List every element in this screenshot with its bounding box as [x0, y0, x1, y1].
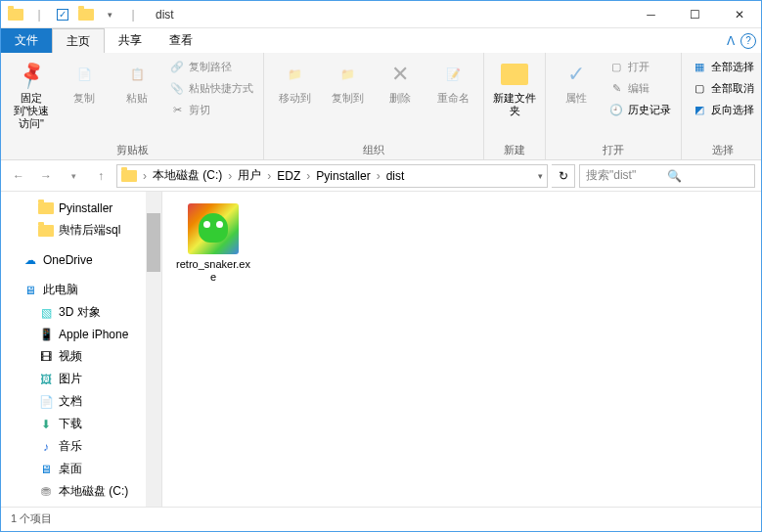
- chevron-right-icon[interactable]: ›: [228, 169, 232, 183]
- breadcrumb[interactable]: › 本地磁盘 (C:) › 用户 › EDZ › Pyinstaller › d…: [116, 164, 548, 188]
- copyto-icon: 📁: [332, 59, 363, 90]
- tree-item[interactable]: 🎞视频: [1, 345, 161, 368]
- forward-button[interactable]: →: [34, 164, 58, 188]
- tree-item[interactable]: ⬇下载: [1, 413, 161, 435]
- status-bar: 1 个项目: [1, 507, 761, 530]
- tree-item[interactable]: 🖼图片: [1, 368, 161, 390]
- tree-item-label: OneDrive: [43, 253, 93, 267]
- qat-sep-icon: |: [28, 4, 50, 25]
- invert-selection-button[interactable]: ◩反向选择: [688, 100, 758, 119]
- tree-item-label: 舆情后端sql: [59, 222, 120, 239]
- copy-to-button[interactable]: 📁 复制到: [323, 57, 372, 107]
- copy-icon: 📄: [68, 59, 100, 90]
- music-icon: ♪: [38, 439, 54, 455]
- tree-item[interactable]: ♪音乐: [1, 435, 161, 458]
- paste-shortcut-button[interactable]: 📎粘贴快捷方式: [165, 78, 257, 98]
- tree-item[interactable]: Pyinstaller: [1, 198, 161, 219]
- tree-item-label: 文档: [59, 393, 82, 410]
- cut-button[interactable]: ✂剪切: [165, 100, 257, 119]
- window-title: dist: [156, 8, 629, 22]
- selectall-icon: ▦: [692, 59, 707, 74]
- edit-icon: ✎: [608, 80, 624, 96]
- tree-item[interactable]: ☁OneDrive: [1, 249, 161, 271]
- history-button[interactable]: 🕘历史记录: [605, 100, 675, 119]
- tab-view[interactable]: 查看: [156, 28, 206, 53]
- search-input[interactable]: 搜索"dist" 🔍: [579, 164, 755, 188]
- selectinvert-icon: ◩: [692, 102, 707, 117]
- tree-item[interactable]: 🖥桌面: [1, 458, 161, 480]
- crumb-item[interactable]: EDZ: [273, 169, 304, 183]
- close-button[interactable]: ✕: [717, 1, 761, 28]
- tree-item-label: 桌面: [59, 461, 82, 477]
- tree-item[interactable]: 📄文档: [1, 390, 161, 413]
- move-to-button[interactable]: 📁 移动到: [270, 57, 319, 107]
- chevron-right-icon[interactable]: ›: [306, 169, 310, 183]
- select-all-button[interactable]: ▦全部选择: [688, 57, 758, 76]
- qat-dropdown-icon[interactable]: ▾: [99, 4, 120, 25]
- copy-path-button[interactable]: 🔗复制路径: [165, 57, 257, 76]
- downloads-icon: ⬇: [38, 417, 54, 432]
- tree-item[interactable]: 舆情后端sql: [1, 219, 161, 242]
- tree-item[interactable]: ▧3D 对象: [1, 301, 161, 324]
- tree-item-label: 音乐: [59, 438, 82, 455]
- refresh-button[interactable]: ↻: [552, 164, 575, 188]
- maximize-button[interactable]: ☐: [673, 1, 717, 28]
- path-icon: 🔗: [169, 59, 185, 74]
- select-none-button[interactable]: ▢全部取消: [688, 78, 758, 98]
- 3d-icon: ▧: [38, 305, 54, 321]
- tree-item-label: Apple iPhone: [59, 328, 128, 341]
- chevron-down-icon[interactable]: ▾: [538, 171, 543, 181]
- qat-properties-button[interactable]: ✓: [52, 4, 73, 25]
- open-button[interactable]: ▢打开: [605, 57, 675, 76]
- workspace: Pyinstaller舆情后端sql☁OneDrive🖥此电脑▧3D 对象📱Ap…: [1, 192, 761, 507]
- pin-to-quick-access-button[interactable]: 📌 固定到"快速访问": [7, 57, 56, 133]
- back-button[interactable]: ←: [7, 164, 30, 188]
- docs-icon: 📄: [38, 394, 54, 410]
- scissors-icon: ✂: [169, 102, 185, 117]
- rename-button[interactable]: 📝 重命名: [428, 57, 477, 107]
- open-icon: ▢: [608, 59, 624, 74]
- ribbon-group-open: ✓ 属性 ▢打开 ✎编辑 🕘历史记录 打开: [546, 53, 682, 159]
- disk-icon: ⛃: [38, 484, 54, 500]
- crumb-item[interactable]: 用户: [234, 167, 265, 184]
- tree-item[interactable]: ⛃本地磁盘 (C:): [1, 480, 161, 503]
- tree-item-label: 图片: [59, 371, 82, 387]
- rename-icon: 📝: [437, 59, 469, 90]
- phone-icon: 📱: [38, 327, 54, 342]
- tree-item-label: Pyinstaller: [59, 201, 112, 215]
- tree-item[interactable]: 🖥此电脑: [1, 279, 161, 301]
- recent-locations-button[interactable]: ▾: [62, 164, 85, 188]
- chevron-right-icon[interactable]: ›: [143, 169, 147, 183]
- tab-home[interactable]: 主页: [52, 28, 105, 53]
- help-button[interactable]: ᐱ ?: [722, 28, 761, 53]
- scrollbar[interactable]: [146, 192, 161, 507]
- moveto-icon: 📁: [279, 59, 310, 90]
- file-item[interactable]: retro_snaker.exe: [174, 203, 252, 284]
- tab-file[interactable]: 文件: [1, 28, 52, 53]
- scrollbar-thumb[interactable]: [147, 213, 160, 272]
- window-controls: ─ ☐ ✕: [629, 1, 761, 28]
- minimize-button[interactable]: ─: [629, 1, 673, 28]
- file-list[interactable]: retro_snaker.exe: [162, 192, 761, 507]
- delete-button[interactable]: ✕ 删除: [376, 57, 425, 107]
- file-thumbnail-icon: [188, 203, 239, 254]
- edit-button[interactable]: ✎编辑: [605, 78, 675, 98]
- item-count-label: 1 个项目: [11, 511, 52, 526]
- crumb-item[interactable]: 本地磁盘 (C:): [149, 167, 226, 184]
- chevron-right-icon[interactable]: ›: [377, 169, 381, 183]
- paste-button[interactable]: 📋 粘贴: [112, 57, 161, 107]
- crumb-item[interactable]: Pyinstaller: [312, 169, 374, 183]
- properties-button[interactable]: ✓ 属性: [552, 57, 601, 107]
- folder-icon: [38, 200, 54, 216]
- copy-button[interactable]: 📄 复制: [60, 57, 109, 107]
- shortcut-icon: 📎: [169, 80, 185, 96]
- navigation-tree[interactable]: Pyinstaller舆情后端sql☁OneDrive🖥此电脑▧3D 对象📱Ap…: [1, 192, 162, 507]
- properties-icon: ✓: [560, 59, 592, 90]
- tab-share[interactable]: 共享: [105, 28, 156, 53]
- up-button[interactable]: ↑: [89, 164, 112, 188]
- crumb-item[interactable]: dist: [382, 169, 409, 183]
- ribbon: 📌 固定到"快速访问" 📄 复制 📋 粘贴 🔗复制路径 📎粘贴快捷方式 ✂剪切 …: [1, 53, 761, 160]
- tree-item[interactable]: 📱Apple iPhone: [1, 324, 161, 345]
- chevron-right-icon[interactable]: ›: [267, 169, 271, 183]
- new-folder-button[interactable]: 新建文件夹: [490, 57, 539, 119]
